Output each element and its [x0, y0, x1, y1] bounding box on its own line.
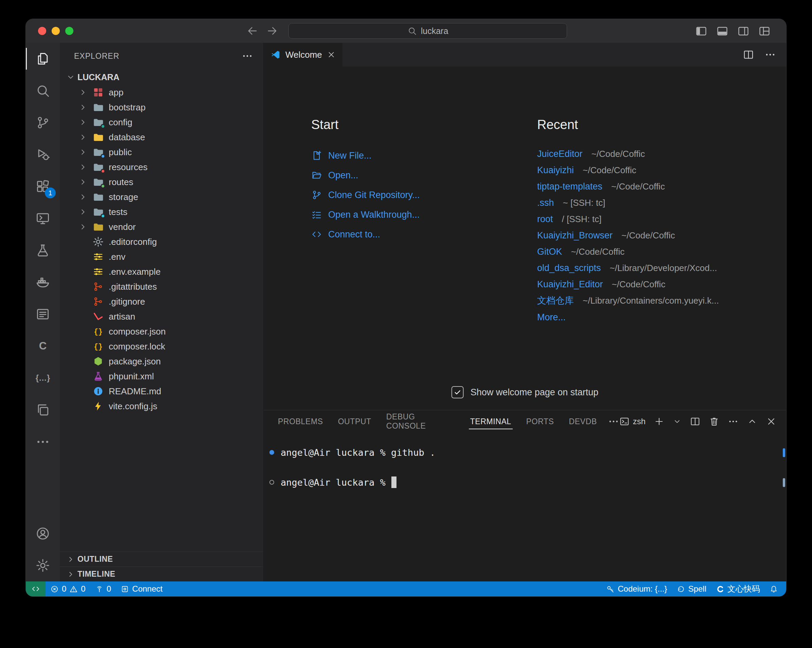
search-icon — [408, 26, 417, 36]
new-terminal-button[interactable] — [654, 416, 664, 427]
activity-item-extensions[interactable]: 1 — [26, 171, 60, 203]
tree-item-vendor[interactable]: vendor — [60, 220, 263, 234]
tree-item-.gitattributes[interactable]: .gitattributes — [60, 279, 263, 294]
activity-item-search[interactable] — [26, 75, 60, 107]
tree-item-tests[interactable]: tests — [60, 204, 263, 220]
toggle-secondary-sidebar-button[interactable] — [737, 25, 749, 37]
tree-item-artisan[interactable]: artisan — [60, 309, 263, 324]
activity-item-snippets[interactable]: {…} — [26, 362, 60, 394]
remote-indicator[interactable] — [26, 581, 46, 596]
status-notifications[interactable] — [765, 581, 783, 596]
editor-more-actions-button[interactable] — [765, 49, 776, 61]
tree-item-composer.lock[interactable]: {}composer.lock — [60, 339, 263, 354]
tree-item-README.md[interactable]: README.md — [60, 384, 263, 399]
navigate-back-button[interactable] — [247, 25, 258, 37]
recent-link[interactable]: Kuaiyizhi — [537, 165, 574, 175]
recent-more-link[interactable]: More... — [537, 312, 566, 323]
start-open-a-walkthrough[interactable]: Open a Walkthrough... — [311, 205, 537, 224]
recent-link[interactable]: Kuaiyizhi_Editor — [537, 279, 603, 290]
activity-item-accounts[interactable] — [26, 518, 60, 549]
panel-tab-problems[interactable]: PROBLEMS — [270, 410, 331, 433]
recent-link[interactable]: .ssh — [537, 198, 554, 208]
maximize-panel-button[interactable] — [747, 416, 758, 427]
recent-link[interactable]: GitOK — [537, 247, 562, 257]
panel-tab-ports[interactable]: PORTS — [519, 410, 562, 433]
terminal-profile-dropdown[interactable] — [673, 417, 682, 426]
explorer-actions-button[interactable] — [241, 50, 253, 62]
kill-terminal-button[interactable] — [709, 416, 720, 427]
recent-link[interactable]: old_dsa_scripts — [537, 263, 601, 273]
recent-link[interactable]: tiptap-templates — [537, 181, 602, 192]
split-terminal-button[interactable] — [690, 416, 701, 427]
close-window-button[interactable] — [38, 27, 46, 35]
folder-icon — [92, 146, 104, 158]
activity-item-additional-views[interactable] — [26, 426, 60, 458]
recent-link[interactable]: 文档仓库 — [537, 294, 574, 306]
sidebar-section-timeline[interactable]: TIMELINE — [60, 567, 263, 581]
minimize-window-button[interactable] — [52, 27, 60, 35]
terminal-more-actions-button[interactable] — [728, 416, 739, 427]
tree-item-bootstrap[interactable]: bootstrap — [60, 100, 263, 115]
tab-welcome[interactable]: Welcome — [264, 43, 342, 67]
activity-item-run-debug[interactable] — [26, 139, 60, 171]
panel-more-tabs-button[interactable] — [608, 416, 620, 427]
tree-item-resources[interactable]: resources — [60, 160, 263, 175]
navigate-forward-button[interactable] — [266, 25, 278, 37]
customize-layout-button[interactable] — [758, 25, 771, 37]
tree-item-config[interactable]: config — [60, 115, 263, 130]
tree-item-app[interactable]: app — [60, 85, 263, 100]
toggle-primary-sidebar-button[interactable] — [695, 25, 707, 37]
activity-item-settings[interactable] — [26, 549, 60, 581]
status-comate[interactable]: 文心快码 — [711, 581, 765, 596]
welcome-startup-checkbox[interactable] — [452, 386, 464, 398]
tree-item-composer.json[interactable]: {}composer.json — [60, 324, 263, 339]
close-panel-button[interactable] — [766, 416, 777, 427]
tree-item-.gitignore[interactable]: .gitignore — [60, 294, 263, 309]
panel-tab-debug-console[interactable]: DEBUG CONSOLE — [379, 410, 463, 433]
status-spell[interactable]: Spell — [672, 581, 711, 596]
terminal[interactable]: angel@Air luckara % github .angel@Air lu… — [264, 433, 786, 581]
tree-item-.env.example[interactable]: .env.example — [60, 264, 263, 279]
recent-link[interactable]: root — [537, 214, 553, 224]
workspace-root-row[interactable]: LUCKARA — [60, 69, 263, 85]
tree-item-package.json[interactable]: package.json — [60, 354, 263, 369]
tree-item-.editorconfig[interactable]: .editorconfig — [60, 234, 263, 249]
toggle-panel-button[interactable] — [716, 25, 728, 37]
sidebar-section-outline[interactable]: OUTLINE — [60, 552, 263, 567]
tree-item-storage[interactable]: storage — [60, 189, 263, 204]
activity-item-docker[interactable] — [26, 266, 60, 298]
start-open[interactable]: Open... — [311, 165, 537, 185]
recent-link[interactable]: Kuaiyizhi_Browser — [537, 230, 612, 241]
start-new-file[interactable]: New File... — [311, 146, 537, 165]
start-clone-git-repository[interactable]: Clone Git Repository... — [311, 185, 537, 205]
tree-item-phpunit.xml[interactable]: phpunit.xml — [60, 369, 263, 384]
activity-item-codeium[interactable]: C — [26, 330, 60, 362]
tree-item-vite.config.js[interactable]: vite.config.js — [60, 399, 263, 414]
remote-icon — [31, 584, 40, 593]
status-ports[interactable]: 0 — [90, 581, 116, 596]
activity-item-output-view[interactable] — [26, 298, 60, 330]
start-connect-to[interactable]: Connect to... — [311, 224, 537, 244]
command-center-search[interactable]: luckara — [288, 23, 567, 39]
split-editor-button[interactable] — [743, 49, 754, 61]
tree-item-label: .env.example — [109, 267, 161, 277]
activity-item-source-control[interactable] — [26, 107, 60, 139]
maximize-window-button[interactable] — [65, 27, 73, 35]
status-problems[interactable]: 00 — [46, 581, 90, 596]
panel-tab-devdb[interactable]: DEVDB — [562, 410, 604, 433]
tree-item-.env[interactable]: .env — [60, 249, 263, 264]
tree-item-public[interactable]: public — [60, 145, 263, 160]
panel-tab-terminal[interactable]: TERMINAL — [463, 410, 519, 433]
status-connect[interactable]: Connect — [116, 581, 167, 596]
activity-item-explorer[interactable] — [26, 43, 60, 75]
tree-item-database[interactable]: database — [60, 130, 263, 145]
recent-link[interactable]: JuiceEditor — [537, 149, 583, 159]
activity-item-testing[interactable] — [26, 234, 60, 266]
close-tab-icon[interactable] — [327, 50, 336, 59]
status-codeium[interactable]: Codeium: {...} — [601, 581, 672, 596]
tree-item-routes[interactable]: routes — [60, 175, 263, 189]
panel-tab-output[interactable]: OUTPUT — [331, 410, 379, 433]
activity-item-references[interactable] — [26, 394, 60, 426]
activity-item-remote-explorer[interactable] — [26, 203, 60, 234]
terminal-profile[interactable]: zsh — [620, 416, 646, 427]
